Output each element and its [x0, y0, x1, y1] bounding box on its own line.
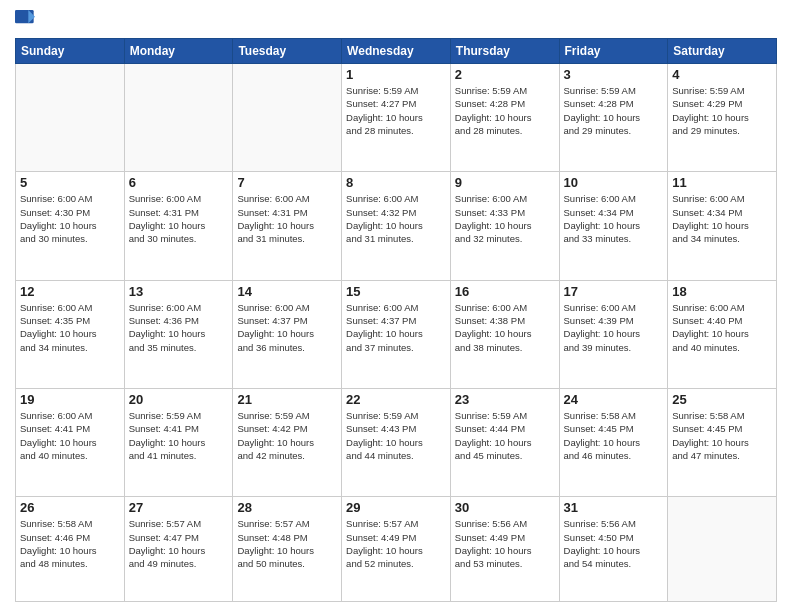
day-info: Sunrise: 6:00 AM Sunset: 4:31 PM Dayligh… [237, 192, 337, 245]
calendar-cell: 30Sunrise: 5:56 AM Sunset: 4:49 PM Dayli… [450, 497, 559, 602]
day-number: 20 [129, 392, 229, 407]
calendar-cell: 23Sunrise: 5:59 AM Sunset: 4:44 PM Dayli… [450, 389, 559, 497]
weekday-wednesday: Wednesday [342, 39, 451, 64]
day-info: Sunrise: 5:59 AM Sunset: 4:29 PM Dayligh… [672, 84, 772, 137]
calendar-cell: 16Sunrise: 6:00 AM Sunset: 4:38 PM Dayli… [450, 280, 559, 388]
day-info: Sunrise: 5:57 AM Sunset: 4:47 PM Dayligh… [129, 517, 229, 570]
calendar-cell: 8Sunrise: 6:00 AM Sunset: 4:32 PM Daylig… [342, 172, 451, 280]
day-info: Sunrise: 6:00 AM Sunset: 4:34 PM Dayligh… [564, 192, 664, 245]
calendar-cell: 25Sunrise: 5:58 AM Sunset: 4:45 PM Dayli… [668, 389, 777, 497]
calendar-cell: 26Sunrise: 5:58 AM Sunset: 4:46 PM Dayli… [16, 497, 125, 602]
day-info: Sunrise: 6:00 AM Sunset: 4:34 PM Dayligh… [672, 192, 772, 245]
day-number: 1 [346, 67, 446, 82]
day-info: Sunrise: 6:00 AM Sunset: 4:30 PM Dayligh… [20, 192, 120, 245]
day-number: 14 [237, 284, 337, 299]
day-number: 6 [129, 175, 229, 190]
header [15, 10, 777, 30]
day-info: Sunrise: 5:59 AM Sunset: 4:41 PM Dayligh… [129, 409, 229, 462]
calendar-cell: 14Sunrise: 6:00 AM Sunset: 4:37 PM Dayli… [233, 280, 342, 388]
calendar-cell: 27Sunrise: 5:57 AM Sunset: 4:47 PM Dayli… [124, 497, 233, 602]
week-row-3: 12Sunrise: 6:00 AM Sunset: 4:35 PM Dayli… [16, 280, 777, 388]
day-info: Sunrise: 5:59 AM Sunset: 4:27 PM Dayligh… [346, 84, 446, 137]
day-number: 5 [20, 175, 120, 190]
weekday-friday: Friday [559, 39, 668, 64]
day-info: Sunrise: 5:56 AM Sunset: 4:50 PM Dayligh… [564, 517, 664, 570]
logo [15, 10, 37, 30]
weekday-sunday: Sunday [16, 39, 125, 64]
day-info: Sunrise: 5:59 AM Sunset: 4:43 PM Dayligh… [346, 409, 446, 462]
day-info: Sunrise: 5:58 AM Sunset: 4:45 PM Dayligh… [672, 409, 772, 462]
calendar-cell: 2Sunrise: 5:59 AM Sunset: 4:28 PM Daylig… [450, 64, 559, 172]
day-number: 7 [237, 175, 337, 190]
calendar-cell: 24Sunrise: 5:58 AM Sunset: 4:45 PM Dayli… [559, 389, 668, 497]
day-number: 17 [564, 284, 664, 299]
calendar-table: SundayMondayTuesdayWednesdayThursdayFrid… [15, 38, 777, 602]
day-number: 23 [455, 392, 555, 407]
day-number: 26 [20, 500, 120, 515]
calendar-cell: 20Sunrise: 5:59 AM Sunset: 4:41 PM Dayli… [124, 389, 233, 497]
calendar-cell: 7Sunrise: 6:00 AM Sunset: 4:31 PM Daylig… [233, 172, 342, 280]
day-number: 29 [346, 500, 446, 515]
day-number: 27 [129, 500, 229, 515]
day-number: 31 [564, 500, 664, 515]
day-number: 2 [455, 67, 555, 82]
day-info: Sunrise: 6:00 AM Sunset: 4:35 PM Dayligh… [20, 301, 120, 354]
calendar-cell: 29Sunrise: 5:57 AM Sunset: 4:49 PM Dayli… [342, 497, 451, 602]
day-info: Sunrise: 6:00 AM Sunset: 4:38 PM Dayligh… [455, 301, 555, 354]
calendar-cell: 13Sunrise: 6:00 AM Sunset: 4:36 PM Dayli… [124, 280, 233, 388]
day-number: 25 [672, 392, 772, 407]
day-info: Sunrise: 5:58 AM Sunset: 4:46 PM Dayligh… [20, 517, 120, 570]
week-row-5: 26Sunrise: 5:58 AM Sunset: 4:46 PM Dayli… [16, 497, 777, 602]
calendar-cell [668, 497, 777, 602]
weekday-monday: Monday [124, 39, 233, 64]
day-number: 21 [237, 392, 337, 407]
day-number: 11 [672, 175, 772, 190]
calendar-cell: 4Sunrise: 5:59 AM Sunset: 4:29 PM Daylig… [668, 64, 777, 172]
day-number: 3 [564, 67, 664, 82]
day-info: Sunrise: 6:00 AM Sunset: 4:31 PM Dayligh… [129, 192, 229, 245]
day-info: Sunrise: 5:59 AM Sunset: 4:28 PM Dayligh… [455, 84, 555, 137]
day-info: Sunrise: 6:00 AM Sunset: 4:39 PM Dayligh… [564, 301, 664, 354]
calendar-cell: 1Sunrise: 5:59 AM Sunset: 4:27 PM Daylig… [342, 64, 451, 172]
day-number: 13 [129, 284, 229, 299]
weekday-saturday: Saturday [668, 39, 777, 64]
weekday-header-row: SundayMondayTuesdayWednesdayThursdayFrid… [16, 39, 777, 64]
day-number: 4 [672, 67, 772, 82]
day-info: Sunrise: 5:58 AM Sunset: 4:45 PM Dayligh… [564, 409, 664, 462]
calendar-cell: 3Sunrise: 5:59 AM Sunset: 4:28 PM Daylig… [559, 64, 668, 172]
calendar-cell: 10Sunrise: 6:00 AM Sunset: 4:34 PM Dayli… [559, 172, 668, 280]
week-row-4: 19Sunrise: 6:00 AM Sunset: 4:41 PM Dayli… [16, 389, 777, 497]
calendar-cell: 11Sunrise: 6:00 AM Sunset: 4:34 PM Dayli… [668, 172, 777, 280]
calendar-cell [124, 64, 233, 172]
day-number: 9 [455, 175, 555, 190]
day-number: 16 [455, 284, 555, 299]
calendar-cell [16, 64, 125, 172]
day-number: 19 [20, 392, 120, 407]
week-row-2: 5Sunrise: 6:00 AM Sunset: 4:30 PM Daylig… [16, 172, 777, 280]
calendar-cell [233, 64, 342, 172]
day-info: Sunrise: 5:56 AM Sunset: 4:49 PM Dayligh… [455, 517, 555, 570]
calendar-cell: 21Sunrise: 5:59 AM Sunset: 4:42 PM Dayli… [233, 389, 342, 497]
day-info: Sunrise: 6:00 AM Sunset: 4:37 PM Dayligh… [346, 301, 446, 354]
calendar-cell: 17Sunrise: 6:00 AM Sunset: 4:39 PM Dayli… [559, 280, 668, 388]
calendar-cell: 5Sunrise: 6:00 AM Sunset: 4:30 PM Daylig… [16, 172, 125, 280]
calendar-cell: 15Sunrise: 6:00 AM Sunset: 4:37 PM Dayli… [342, 280, 451, 388]
calendar-cell: 28Sunrise: 5:57 AM Sunset: 4:48 PM Dayli… [233, 497, 342, 602]
calendar-cell: 19Sunrise: 6:00 AM Sunset: 4:41 PM Dayli… [16, 389, 125, 497]
day-info: Sunrise: 5:57 AM Sunset: 4:48 PM Dayligh… [237, 517, 337, 570]
day-info: Sunrise: 6:00 AM Sunset: 4:33 PM Dayligh… [455, 192, 555, 245]
day-info: Sunrise: 5:59 AM Sunset: 4:44 PM Dayligh… [455, 409, 555, 462]
weekday-thursday: Thursday [450, 39, 559, 64]
calendar-cell: 6Sunrise: 6:00 AM Sunset: 4:31 PM Daylig… [124, 172, 233, 280]
day-info: Sunrise: 6:00 AM Sunset: 4:41 PM Dayligh… [20, 409, 120, 462]
day-number: 18 [672, 284, 772, 299]
weekday-tuesday: Tuesday [233, 39, 342, 64]
day-info: Sunrise: 6:00 AM Sunset: 4:36 PM Dayligh… [129, 301, 229, 354]
day-number: 15 [346, 284, 446, 299]
calendar-cell: 31Sunrise: 5:56 AM Sunset: 4:50 PM Dayli… [559, 497, 668, 602]
week-row-1: 1Sunrise: 5:59 AM Sunset: 4:27 PM Daylig… [16, 64, 777, 172]
day-info: Sunrise: 6:00 AM Sunset: 4:37 PM Dayligh… [237, 301, 337, 354]
day-number: 30 [455, 500, 555, 515]
day-number: 10 [564, 175, 664, 190]
day-info: Sunrise: 6:00 AM Sunset: 4:40 PM Dayligh… [672, 301, 772, 354]
